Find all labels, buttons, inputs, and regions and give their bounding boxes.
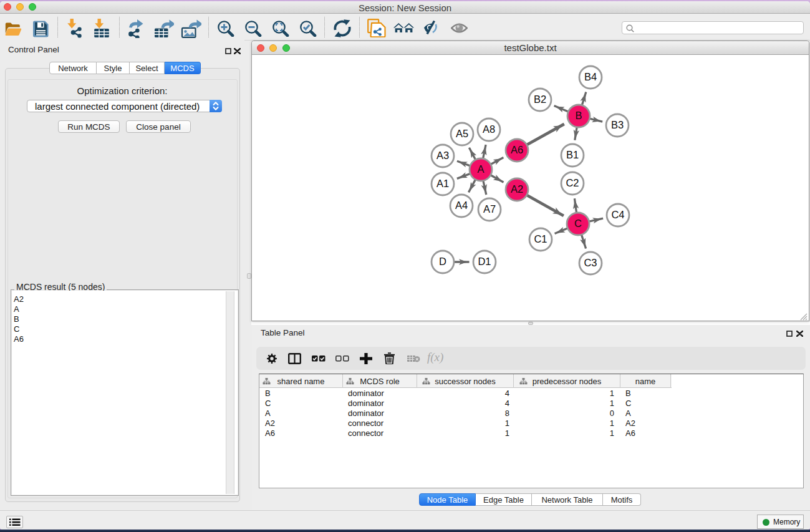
svg-text:B1: B1 bbox=[566, 149, 579, 160]
svg-text:D: D bbox=[439, 256, 446, 267]
svg-text:A3: A3 bbox=[436, 150, 449, 161]
svg-text:B2: B2 bbox=[534, 94, 546, 105]
svg-text:A: A bbox=[477, 163, 484, 175]
svg-text:A5: A5 bbox=[456, 128, 468, 139]
svg-text:C4: C4 bbox=[611, 209, 624, 220]
svg-text:A2: A2 bbox=[511, 183, 523, 195]
svg-text:D1: D1 bbox=[478, 256, 491, 267]
svg-text:B4: B4 bbox=[584, 71, 597, 82]
svg-text:C2: C2 bbox=[566, 177, 579, 188]
svg-text:C3: C3 bbox=[584, 257, 597, 268]
svg-text:B3: B3 bbox=[611, 119, 624, 130]
svg-text:B: B bbox=[575, 110, 582, 121]
svg-text:C: C bbox=[574, 218, 582, 229]
svg-text:A4: A4 bbox=[455, 200, 468, 211]
svg-text:C1: C1 bbox=[534, 233, 547, 244]
svg-text:A8: A8 bbox=[483, 123, 495, 135]
svg-text:A1: A1 bbox=[436, 178, 449, 189]
svg-text:A7: A7 bbox=[483, 203, 496, 215]
svg-text:A6: A6 bbox=[511, 144, 523, 155]
